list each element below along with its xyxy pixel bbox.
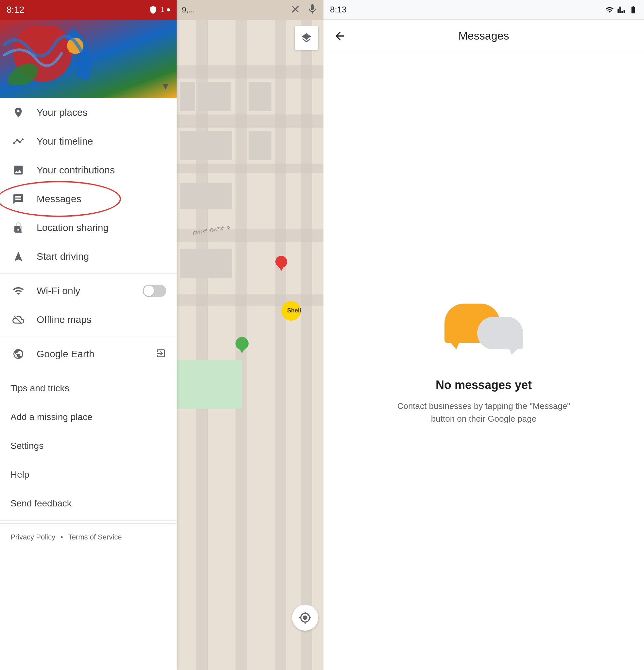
- toggle-knob: [144, 285, 154, 296]
- map-status-bar: 9,...: [177, 0, 323, 19]
- menu-item-send-feedback[interactable]: Send feedback: [0, 489, 177, 518]
- left-status-time: 8:12: [6, 4, 25, 15]
- divider-3: [0, 371, 177, 371]
- map-search-text: 9,...: [182, 5, 195, 14]
- right-status-icons: [605, 5, 638, 14]
- wifi-toggle[interactable]: [143, 285, 166, 297]
- navigation-icon: [11, 249, 26, 264]
- your-places-label: Your places: [37, 107, 88, 118]
- location-sharing-label: Location sharing: [37, 222, 109, 233]
- svg-rect-12: [301, 19, 312, 670]
- external-link-icon: [156, 348, 166, 360]
- divider-1: [0, 273, 177, 274]
- no-messages-title: No messages yet: [435, 378, 532, 392]
- svg-rect-17: [249, 131, 271, 160]
- location-sharing-icon: [11, 220, 26, 236]
- menu-item-help[interactable]: Help: [0, 460, 177, 489]
- timeline-icon: [11, 133, 26, 149]
- no-messages-description: Contact businesses by tapping the "Messa…: [386, 400, 582, 425]
- your-timeline-label: Your timeline: [37, 136, 93, 147]
- google-earth-label: Google Earth: [37, 348, 95, 360]
- mic-btn[interactable]: [307, 3, 318, 16]
- shield-icon: [148, 5, 158, 14]
- map-controls-right: [290, 3, 318, 16]
- status-signal-icon: [617, 5, 626, 14]
- svg-text:Shell: Shell: [287, 307, 301, 314]
- my-location-btn[interactable]: [292, 605, 318, 631]
- google-logo: [3, 26, 95, 85]
- messages-title: Messages: [458, 29, 509, 42]
- divider-2: [0, 337, 177, 337]
- svg-rect-9: [196, 19, 208, 670]
- place-icon: [11, 105, 26, 120]
- contributions-icon: [11, 162, 26, 178]
- svg-rect-11: [275, 19, 286, 670]
- chat-bubbles-illustration: [444, 297, 523, 362]
- menu-section: Your places Your timeline Your contribut…: [0, 98, 177, 670]
- menu-item-google-earth[interactable]: Google Earth: [0, 339, 177, 368]
- footer-separator: •: [61, 533, 63, 541]
- left-panel: 8:12 1 ▼ Your: [0, 0, 177, 670]
- map-background: Shell ಮಾಗಡಿ ಮುಖ್ಯ ರ: [177, 0, 323, 670]
- svg-rect-18: [180, 183, 232, 209]
- header-area: ▼: [0, 19, 177, 98]
- dropdown-arrow[interactable]: ▼: [161, 81, 170, 92]
- menu-item-your-contributions[interactable]: Your contributions: [0, 156, 177, 185]
- left-status-icons: 1: [148, 5, 170, 14]
- divider-4: [0, 521, 177, 521]
- map-panel: Shell ಮಾಗಡಿ ಮುಖ್ಯ ರ 9,...: [177, 0, 323, 670]
- message-icon: [11, 191, 26, 207]
- status-wifi-icon: [605, 5, 614, 14]
- your-contributions-label: Your contributions: [37, 164, 115, 176]
- cloud-off-icon: [11, 312, 26, 327]
- svg-rect-16: [249, 82, 271, 111]
- menu-item-your-timeline[interactable]: Your timeline: [0, 127, 177, 156]
- menu-item-location-sharing[interactable]: Location sharing: [0, 213, 177, 242]
- right-status-bar: 8:13: [323, 0, 644, 19]
- gray-bubble: [477, 317, 523, 349]
- menu-item-settings[interactable]: Settings: [0, 431, 177, 460]
- menu-item-offline-maps[interactable]: Offline maps: [0, 305, 177, 334]
- svg-rect-15: [180, 131, 232, 160]
- svg-rect-13: [180, 82, 194, 111]
- offline-maps-label: Offline maps: [37, 314, 92, 325]
- wifi-only-label: Wi-Fi only: [37, 285, 80, 296]
- wifi-icon: [11, 283, 26, 299]
- earth-icon: [11, 346, 26, 362]
- back-button[interactable]: [330, 26, 350, 46]
- svg-rect-20: [177, 360, 242, 409]
- terms-link[interactable]: Terms of Service: [68, 533, 122, 541]
- messages-header: Messages: [323, 19, 644, 52]
- menu-item-your-places[interactable]: Your places: [0, 98, 177, 127]
- status-battery-icon: [629, 5, 638, 14]
- left-status-bar: 8:12 1: [0, 0, 177, 19]
- right-status-time: 8:13: [330, 4, 347, 15]
- menu-item-start-driving[interactable]: Start driving: [0, 242, 177, 271]
- right-panel: 8:13 Messages No messages yet Contact bu…: [323, 0, 644, 670]
- map-layers-btn[interactable]: [295, 26, 318, 50]
- menu-item-wifi-only[interactable]: Wi-Fi only: [0, 277, 177, 305]
- menu-item-messages[interactable]: Messages: [0, 185, 177, 213]
- privacy-policy-link[interactable]: Privacy Policy: [11, 533, 55, 541]
- menu-item-tips[interactable]: Tips and tricks: [0, 374, 177, 403]
- svg-rect-14: [198, 82, 231, 111]
- messages-empty-state: No messages yet Contact businesses by ta…: [323, 52, 644, 670]
- dot-indicator: [167, 8, 170, 11]
- wifi-toggle-container: [143, 285, 166, 297]
- svg-rect-19: [180, 249, 232, 278]
- network-text: 1: [160, 5, 164, 14]
- menu-footer: Privacy Policy • Terms of Service: [0, 523, 177, 551]
- menu-item-add-missing-place[interactable]: Add a missing place: [0, 403, 177, 431]
- close-btn[interactable]: [290, 3, 301, 16]
- start-driving-label: Start driving: [37, 251, 89, 262]
- messages-label: Messages: [37, 193, 81, 204]
